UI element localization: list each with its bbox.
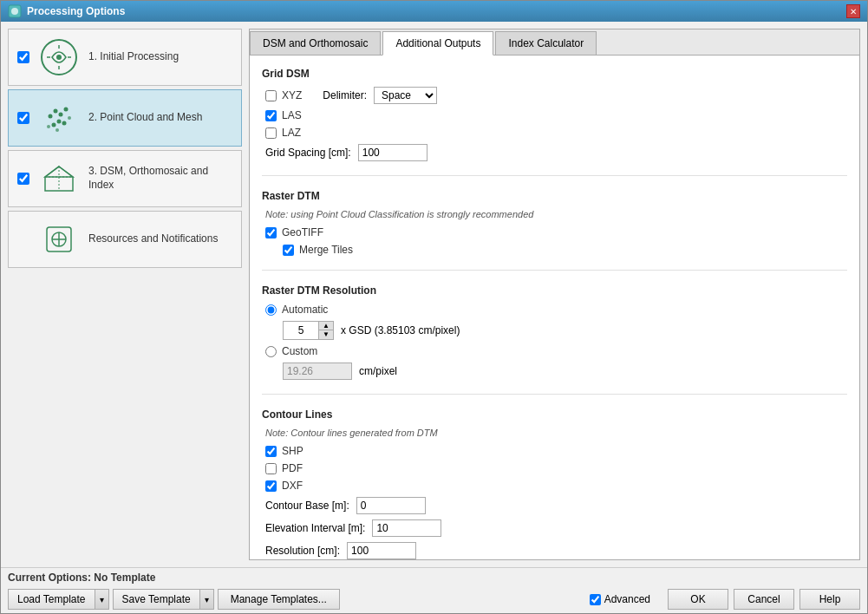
tab-dsm-orthomosaic[interactable]: DSM and Orthomosaic (250, 31, 381, 55)
xyz-checkbox-label[interactable]: XYZ (265, 89, 302, 101)
contour-lines-note: Note: Contour lines generated from DTM (262, 428, 847, 438)
tab-content-additional-outputs: Grid DSM XYZ Delimiter: Space Tab Comma (250, 56, 859, 559)
merge-tiles-checkbox-label[interactable]: Merge Tiles (283, 244, 353, 256)
svg-point-17 (55, 128, 59, 132)
tabs-bar: DSM and Orthomosaic Additional Outputs I… (250, 29, 859, 56)
grid-dsm-header: Grid DSM (262, 68, 847, 80)
initial-processing-label: 1. Initial Processing (88, 50, 179, 64)
sidebar-item-resources[interactable]: Resources and Notifications (8, 211, 242, 268)
resources-icon (38, 219, 80, 260)
laz-row: LAZ (262, 127, 847, 139)
sidebar-item-dsm-ortho[interactable]: 3. DSM, Orthomosaic and Index (8, 150, 242, 207)
dsm-ortho-checkbox[interactable] (17, 173, 29, 185)
point-cloud-checkbox[interactable] (17, 112, 29, 124)
custom-radio-label[interactable]: Custom (265, 345, 317, 357)
shp-checkbox-label[interactable]: SHP (265, 445, 303, 457)
custom-value-input[interactable] (283, 363, 352, 380)
automatic-radio-label[interactable]: Automatic (265, 304, 328, 316)
initial-processing-checkbox[interactable] (17, 51, 29, 63)
svg-point-10 (59, 113, 63, 117)
grid-dsm-section: Grid DSM XYZ Delimiter: Space Tab Comma (262, 68, 847, 176)
elevation-interval-input[interactable] (372, 519, 441, 537)
raster-dtm-note: Note: using Point Cloud Classification i… (262, 209, 847, 219)
processing-options-window: Processing Options ✕ (0, 0, 868, 614)
pdf-row: PDF (262, 462, 847, 474)
custom-radio[interactable] (265, 346, 277, 357)
ok-button[interactable]: OK (668, 589, 728, 610)
svg-point-11 (64, 108, 69, 112)
dxf-checkbox[interactable] (265, 480, 277, 492)
grid-spacing-row: Grid Spacing [cm]: (262, 144, 847, 161)
save-template-arrow[interactable]: ▾ (199, 590, 213, 609)
svg-point-16 (68, 116, 71, 120)
spinner-down-button[interactable]: ▼ (319, 330, 333, 339)
cancel-button[interactable]: Cancel (734, 589, 794, 610)
grid-spacing-input[interactable] (358, 144, 427, 161)
svg-point-13 (52, 123, 56, 127)
laz-checkbox[interactable] (265, 127, 277, 139)
advanced-checkbox-label[interactable]: Advanced (590, 593, 650, 605)
svg-point-12 (57, 120, 62, 124)
dsm-ortho-icon (38, 158, 80, 199)
xyz-row: XYZ Delimiter: Space Tab Comma (262, 87, 847, 104)
resolution-row: Resolution [cm]: (262, 542, 847, 559)
geotiff-checkbox[interactable] (265, 227, 277, 238)
app-icon (8, 4, 22, 18)
close-button[interactable]: ✕ (846, 4, 860, 18)
raster-dtm-section: Raster DTM Note: using Point Cloud Class… (262, 190, 847, 271)
geotiff-checkbox-label[interactable]: GeoTIFF (265, 226, 323, 238)
delimiter-select[interactable]: Space Tab Comma (374, 87, 437, 104)
xyz-checkbox[interactable] (265, 90, 277, 101)
merge-tiles-row: Merge Tiles (262, 244, 847, 256)
load-template-button[interactable]: Load Template (9, 590, 95, 609)
pdf-checkbox-label[interactable]: PDF (265, 462, 303, 474)
tab-index-calculator[interactable]: Index Calculator (495, 31, 597, 55)
raster-dtm-resolution-section: Raster DTM Resolution Automatic ▲ ▼ (262, 284, 847, 395)
advanced-label: Advanced (604, 593, 650, 605)
bottom-buttons-row: Load Template ▾ Save Template ▾ Manage T… (8, 589, 860, 610)
auto-value-row: ▲ ▼ x GSD (3.85103 cm/pixel) (262, 321, 847, 340)
auto-spinner: ▲ ▼ (283, 321, 334, 340)
spinner-up-button[interactable]: ▲ (319, 322, 333, 330)
bottom-bar: Current Options: No Template Load Templa… (1, 567, 867, 613)
resolution-input[interactable] (347, 542, 416, 559)
svg-point-8 (49, 114, 53, 119)
save-template-button[interactable]: Save Template (114, 590, 199, 609)
shp-row: SHP (262, 445, 847, 457)
pdf-checkbox[interactable] (265, 463, 277, 474)
dxf-checkbox-label[interactable]: DXF (265, 480, 303, 492)
help-button[interactable]: Help (799, 589, 860, 610)
svg-point-15 (47, 125, 50, 128)
sidebar-item-point-cloud[interactable]: 2. Point Cloud and Mesh (8, 89, 242, 147)
merge-tiles-checkbox[interactable] (283, 245, 294, 256)
template-name: No Template (94, 572, 155, 584)
automatic-radio-row: Automatic (262, 304, 847, 316)
current-options-label: Current Options: (8, 572, 91, 584)
geotiff-row: GeoTIFF (262, 226, 847, 238)
las-checkbox-label[interactable]: LAS (265, 109, 302, 121)
contour-base-row: Contour Base [m]: (262, 497, 847, 514)
advanced-checkbox[interactable] (590, 594, 601, 605)
current-options-row: Current Options: No Template (8, 572, 860, 584)
custom-value-row: cm/pixel (262, 363, 847, 380)
dxf-row: DXF (262, 480, 847, 492)
custom-radio-row: Custom (262, 345, 847, 357)
title-bar: Processing Options ✕ (1, 1, 867, 22)
load-template-arrow[interactable]: ▾ (95, 590, 108, 609)
svg-point-14 (62, 121, 67, 126)
laz-checkbox-label[interactable]: LAZ (265, 127, 301, 139)
las-row: LAS (262, 109, 847, 121)
raster-dtm-header: Raster DTM (262, 190, 847, 202)
manage-templates-button[interactable]: Manage Templates... (218, 589, 340, 610)
sidebar-item-initial-processing[interactable]: 1. Initial Processing (8, 29, 242, 86)
tab-additional-outputs[interactable]: Additional Outputs (382, 31, 493, 56)
contour-base-input[interactable] (356, 497, 426, 514)
point-cloud-label: 2. Point Cloud and Mesh (88, 111, 202, 125)
auto-value-input[interactable] (284, 322, 318, 339)
automatic-radio[interactable] (265, 304, 277, 316)
las-checkbox[interactable] (265, 110, 277, 121)
contour-lines-section: Contour Lines Note: Contour lines genera… (262, 408, 847, 559)
dsm-ortho-label: 3. DSM, Orthomosaic and Index (88, 165, 232, 192)
svg-point-1 (11, 8, 18, 15)
shp-checkbox[interactable] (265, 446, 277, 457)
